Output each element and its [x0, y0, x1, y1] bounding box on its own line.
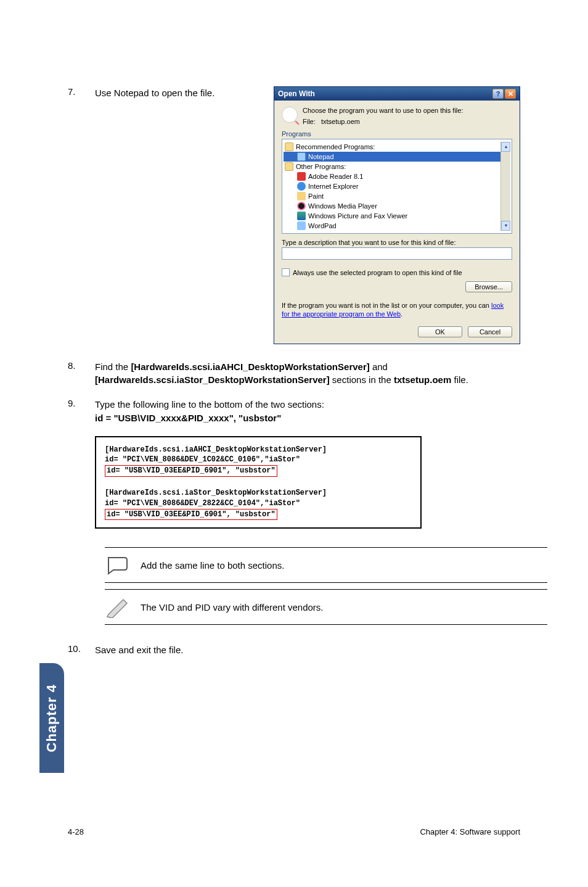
list-item[interactable]: Adobe Reader 8.1 — [284, 171, 500, 181]
folder-icon — [285, 162, 293, 171]
list-item[interactable]: Recommended Programs: — [284, 142, 500, 152]
list-item[interactable]: Windows Picture and Fax Viewer — [284, 211, 500, 221]
note-text-part: If the program you want is not in the li… — [282, 302, 491, 309]
choose-program-text: Choose the program you want to use to op… — [303, 107, 463, 114]
list-item-label: Notepad — [308, 153, 334, 160]
code-line-highlighted: id= "USB\VID_03EE&PID_6901", "usbstor" — [105, 509, 277, 521]
scroll-down-icon[interactable]: ▾ — [501, 221, 510, 231]
list-item-label: Windows Media Player — [308, 202, 377, 210]
description-label: Type a description that you want to use … — [282, 239, 512, 246]
list-item-notepad[interactable]: Notepad — [284, 152, 500, 162]
web-lookup-note: If the program you want is not in the li… — [282, 301, 512, 319]
browse-button[interactable]: Browse... — [465, 281, 512, 292]
code-example: [HardwareIds.scsi.iaAHCI_DesktopWorkstat… — [95, 436, 422, 529]
step-text-7: Use Notepad to open the file. — [95, 86, 274, 100]
help-icon[interactable]: ? — [492, 89, 504, 99]
notepad-icon — [297, 152, 306, 161]
step-number-10: 10. — [68, 643, 95, 657]
folder-icon — [285, 142, 293, 151]
page-number: 4-28 — [68, 827, 84, 836]
code-line-highlighted: id= "USB\VID_03EE&PID_6901", "usbstor" — [105, 465, 277, 477]
wmp-icon — [297, 202, 306, 210]
adobe-icon — [297, 172, 306, 181]
ie-icon — [297, 182, 306, 191]
list-item-label: Other Programs: — [296, 163, 346, 170]
list-item[interactable]: Internet Explorer — [284, 181, 500, 191]
chapter-tab: Chapter 4 — [39, 663, 64, 773]
code-line: [HardwareIds.scsi.iaAHCI_DesktopWorkstat… — [105, 445, 412, 455]
file-name: txtsetup.oem — [321, 118, 360, 125]
scrollbar[interactable]: ▴ ▾ — [500, 142, 510, 231]
list-item[interactable]: WordPad — [284, 221, 500, 231]
paint-icon — [297, 192, 306, 200]
scroll-up-icon[interactable]: ▴ — [501, 142, 510, 152]
list-item-label: WordPad — [308, 222, 337, 229]
always-use-checkbox[interactable] — [282, 268, 290, 276]
step-number-9: 9. — [68, 398, 95, 425]
list-item[interactable]: Other Programs: — [284, 162, 500, 171]
dialog-title: Open With — [278, 89, 491, 98]
code-line: id= "PCI\VEN_8086&DEV_1C02&CC_0106","iaS… — [105, 455, 412, 465]
step-number-7: 7. — [68, 86, 95, 97]
programs-label: Programs — [282, 130, 512, 138]
magnifier-icon — [282, 107, 298, 123]
step-text-10: Save and exit the file. — [95, 643, 520, 657]
dialog-titlebar: Open With ? ✕ — [274, 87, 520, 101]
always-use-label: Always use the selected program to open … — [293, 269, 462, 276]
description-input[interactable] — [282, 247, 512, 260]
open-with-dialog: Open With ? ✕ Choose the program you wan… — [274, 86, 520, 344]
list-item-label: Recommended Programs: — [296, 143, 375, 151]
list-item-label: Windows Picture and Fax Viewer — [308, 212, 407, 220]
note-text-2: The VID and PID vary with different vend… — [141, 602, 324, 613]
wordpad-icon — [297, 221, 306, 230]
list-item[interactable]: Windows Media Player — [284, 201, 500, 211]
note-text-part: . — [401, 310, 402, 318]
cancel-button[interactable]: Cancel — [468, 326, 512, 337]
code-line: id= "PCI\VEN_8086&DEV_2822&CC_0104","iaS… — [105, 498, 412, 509]
step-text-9: Type the following line to the bottom of… — [95, 398, 520, 425]
step-number-8: 8. — [68, 360, 95, 387]
note-icon — [105, 554, 132, 576]
close-icon[interactable]: ✕ — [505, 89, 516, 99]
list-item-label: Paint — [308, 192, 324, 200]
list-item[interactable]: Paint — [284, 191, 500, 201]
list-item-label: Adobe Reader 8.1 — [308, 173, 363, 180]
picture-viewer-icon — [297, 212, 306, 220]
code-line: [HardwareIds.scsi.iaStor_DesktopWorkstat… — [105, 488, 412, 498]
ok-button[interactable]: OK — [418, 326, 462, 337]
file-label: File: — [303, 118, 316, 125]
step-text-8: Find the [HardwareIds.scsi.iaAHCI_Deskto… — [95, 360, 520, 387]
pencil-icon — [105, 596, 132, 618]
note-text-1: Add the same line to both sections. — [141, 560, 284, 571]
list-item-label: Internet Explorer — [308, 183, 358, 190]
program-list[interactable]: Recommended Programs: Notepad Other Prog… — [282, 139, 512, 234]
footer-chapter: Chapter 4: Software support — [420, 827, 520, 836]
